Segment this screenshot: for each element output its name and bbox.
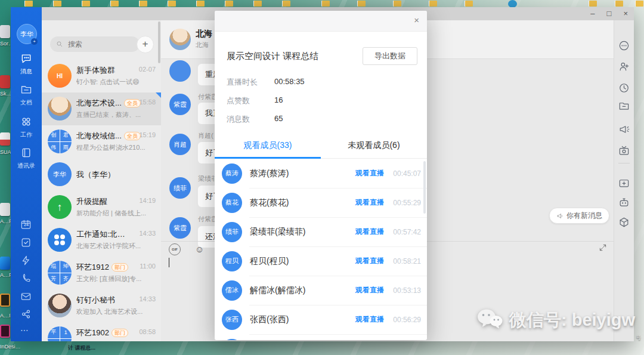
camera-plus-icon[interactable]: [618, 177, 630, 189]
desktop-file-label[interactable]: 计 课程总...: [68, 344, 110, 352]
chat-list-item[interactable]: HI 新手体验群 02-07 钉小智: 点击试一试😄: [42, 60, 161, 92]
announcement-icon[interactable]: [618, 124, 630, 135]
member-row[interactable]: 蔡花 蔡花(蔡花) 观看直播 00:55:29: [215, 188, 427, 217]
search-input[interactable]: [67, 39, 123, 49]
desktop-folder-icon[interactable]: [197, 1, 205, 7]
watch-live-link[interactable]: 观看直播: [355, 314, 384, 325]
desktop-shortcut-icon[interactable]: [0, 294, 10, 307]
close-button[interactable]: ×: [623, 7, 628, 20]
member-list-scrollbar[interactable]: [423, 161, 426, 214]
desktop-folder-icon[interactable]: [254, 1, 262, 7]
desktop-folder-icon[interactable]: [394, 1, 401, 7]
expand-input-icon[interactable]: [599, 243, 607, 252]
nav-item-docs[interactable]: 文档: [11, 84, 42, 107]
phone-icon[interactable]: [20, 273, 32, 285]
add-member-icon[interactable]: [618, 61, 630, 72]
calendar-day-number: 24: [20, 223, 32, 227]
member-row[interactable]: 程贝 程贝(程贝) 观看直播 00:58:21: [215, 246, 427, 276]
desktop-folder-icon[interactable]: [322, 1, 330, 7]
desktop-shortcut-icon[interactable]: [0, 25, 10, 38]
member-row[interactable]: 儒冰 解儒冰(解儒冰) 观看直播 00:53:13: [215, 276, 427, 305]
group-avatar[interactable]: [169, 29, 191, 50]
wechat-icon: [476, 308, 503, 333]
user-avatar[interactable]: 李华 +: [17, 24, 37, 44]
folder-icon[interactable]: [618, 100, 630, 112]
minimize-button[interactable]: –: [590, 7, 595, 20]
tab-watched-members[interactable]: 观看成员(33): [215, 135, 321, 158]
desktop-folder-icon[interactable]: [140, 1, 147, 7]
member-row[interactable]: 张萌 张萌(张萌) 观看直播 00:52:41: [215, 334, 427, 340]
desktop-folder-icon[interactable]: [615, 1, 623, 7]
new-message-pill[interactable]: 你有新消息: [549, 208, 609, 224]
desktop-folder-icon[interactable]: [111, 1, 119, 7]
dialog-title: 展示空间设计 课程总结: [227, 51, 318, 62]
desktop-folder-icon[interactable]: [168, 1, 176, 7]
grid-icon: [20, 116, 32, 128]
desktop-folder-icon[interactable]: [636, 1, 643, 7]
nav-item-work[interactable]: 工作: [11, 116, 42, 139]
nav-item-messages[interactable]: 消息: [11, 53, 42, 76]
history-clock-icon[interactable]: [618, 82, 630, 94]
desktop-folder-icon[interactable]: [589, 1, 597, 7]
watch-live-link[interactable]: 观看直播: [355, 256, 384, 266]
chat-list-item[interactable]: 创君伟雨 北海校域信...全员 15:19 程星为公益树浇水210...: [42, 125, 161, 158]
cube-plus-icon[interactable]: [618, 217, 630, 228]
chat-list-item[interactable]: 工作通知:北海艺... 14:33 北海艺术设计学院环...: [42, 224, 161, 257]
maximize-button[interactable]: □: [607, 7, 612, 20]
avatar[interactable]: 紫霞: [169, 217, 191, 239]
emoji-icon[interactable]: ☺: [195, 244, 204, 254]
avatar[interactable]: [169, 60, 191, 82]
desktop-folder-icon[interactable]: [465, 1, 473, 7]
watch-live-link[interactable]: 观看直播: [355, 285, 384, 295]
calendar-icon[interactable]: 24: [20, 219, 32, 231]
stat-label: 直播时长: [227, 77, 274, 88]
desktop-folder-icon[interactable]: [358, 1, 366, 7]
avatar[interactable]: 紫霞: [169, 94, 191, 115]
search-input-wrap[interactable]: [50, 36, 140, 52]
chat-list-item[interactable]: 琨坤芳齐 环艺1912部门 11:00 王文刚: [直播回放]专...: [42, 257, 161, 289]
chat-time: 14:19: [139, 197, 156, 204]
chat-list-item[interactable]: 平111 环艺1902部门 08:58 李柏华 做园了，多消息: [42, 322, 161, 341]
gif-icon[interactable]: GIF: [169, 243, 181, 255]
chat-list-item[interactable]: 钉钉小秘书 14:33 欢迎加入 北海艺术设...: [42, 289, 161, 322]
desktop-folder-icon[interactable]: [429, 1, 437, 7]
member-row[interactable]: 绩菲 梁绩菲(梁绩菲) 观看直播 00:57:42: [215, 217, 427, 246]
desktop-folder-icon[interactable]: [283, 1, 290, 7]
lightning-icon[interactable]: [20, 255, 32, 267]
robot-icon[interactable]: [618, 197, 630, 208]
desktop-shortcut-icon[interactable]: [0, 75, 10, 88]
desktop-folder-icon[interactable]: [225, 1, 233, 7]
add-chat-button[interactable]: +: [137, 36, 154, 53]
desktop-folder-icon[interactable]: [25, 1, 33, 7]
export-data-button[interactable]: 导出数据: [363, 47, 417, 65]
desktop-shortcut-icon[interactable]: [0, 132, 10, 146]
avatar[interactable]: 肖超: [169, 134, 191, 155]
badge-all-members: 全员: [124, 99, 141, 107]
chat-list-item[interactable]: 北海艺术设...全员 15:58 直播已结束，蔡涛、...: [42, 92, 161, 125]
member-row[interactable]: 张西 张西(张西) 观看直播 00:56:29: [215, 305, 427, 334]
desktop-folder-icon[interactable]: [54, 1, 61, 7]
nav-item-contacts[interactable]: 通讯录: [11, 147, 42, 170]
live-video-icon[interactable]: [618, 145, 630, 156]
chat-list-item[interactable]: ↑ 升级提醒 14:19 新功能介绍 | 储备线上...: [42, 191, 161, 224]
watch-live-link[interactable]: 观看直播: [355, 197, 384, 208]
watch-live-link[interactable]: 观看直播: [355, 227, 384, 237]
chat-list-scrollbar[interactable]: [158, 21, 160, 63]
desktop-shortcut-icon[interactable]: [0, 325, 10, 338]
avatar[interactable]: 绩菲: [169, 177, 191, 199]
todo-check-icon[interactable]: [20, 237, 32, 249]
chat-list-item[interactable]: 李华 我（李华）: [42, 158, 161, 191]
more-circle-icon[interactable]: [618, 40, 630, 51]
desktop-shortcut-icon[interactable]: [0, 203, 10, 216]
mail-icon[interactable]: [20, 291, 32, 302]
desktop-folder-icon[interactable]: [82, 1, 90, 7]
watch-duration: 00:55:29: [389, 199, 421, 207]
desktop-shortcut-icon[interactable]: [0, 257, 10, 270]
watch-live-link[interactable]: 观看直播: [355, 168, 384, 178]
member-row[interactable]: 蔡涛 蔡涛(蔡涛) 观看直播 00:45:07: [215, 159, 427, 188]
more-icon[interactable]: ⋯: [20, 325, 32, 337]
chat-name: 钉钉小秘书: [76, 295, 115, 305]
share-network-icon[interactable]: [20, 308, 32, 320]
dialog-close-icon[interactable]: ×: [414, 16, 419, 24]
tab-unwatched-members[interactable]: 未观看成员(6): [321, 135, 427, 158]
